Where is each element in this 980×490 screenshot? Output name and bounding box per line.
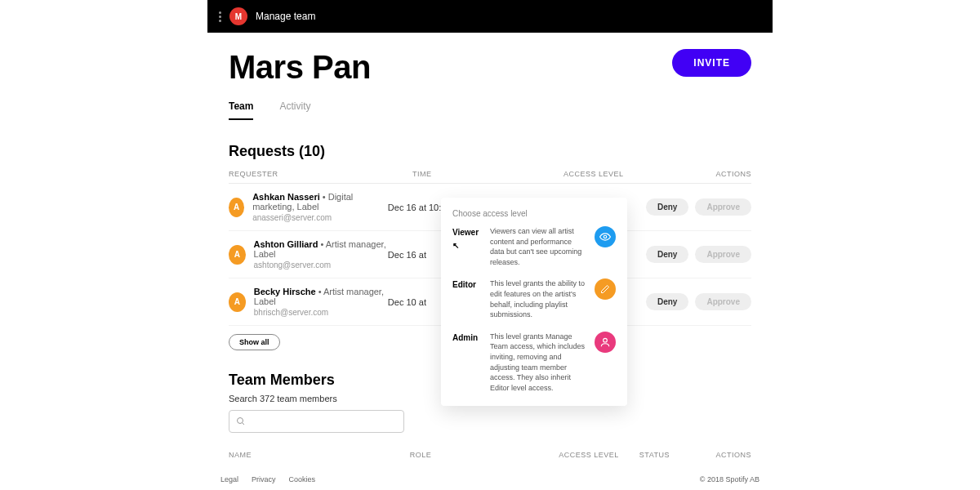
requester-email: anasseri@server.com <box>252 213 388 222</box>
access-level-dropdown: Choose access level Viewer↖ Viewers can … <box>441 198 627 406</box>
svg-point-3 <box>604 338 608 342</box>
svg-point-0 <box>238 418 243 424</box>
avatar: A <box>229 245 246 265</box>
approve-button: Approve <box>695 246 751 263</box>
topbar: M Manage team <box>207 0 773 33</box>
approve-button: Approve <box>695 293 751 310</box>
access-option-editor[interactable]: Editor This level grants the ability to … <box>452 278 616 319</box>
col-status: STATUS <box>639 451 716 459</box>
search-icon <box>236 416 246 426</box>
topbar-title: Manage team <box>256 11 315 22</box>
editor-icon <box>595 278 616 300</box>
col-access-m: ACCESS LEVEL <box>559 451 639 459</box>
col-actions-m: ACTIONS <box>715 451 751 459</box>
requester-email: ashtong@server.com <box>254 261 388 270</box>
deny-button[interactable]: Deny <box>646 293 688 310</box>
tab-team[interactable]: Team <box>229 100 253 120</box>
col-role: ROLE <box>410 451 559 459</box>
footer: Legal Privacy Cookies © 2018 Spotify AB <box>220 475 760 483</box>
requester-email: bhrisch@server.com <box>254 308 388 317</box>
kebab-menu-icon[interactable] <box>219 11 221 22</box>
deny-button[interactable]: Deny <box>646 246 688 263</box>
page-title: Mars Pan <box>229 49 371 86</box>
cursor-icon: ↖ <box>452 241 459 250</box>
access-option-admin[interactable]: Admin This level grants Manage Team acce… <box>452 332 616 394</box>
avatar[interactable]: M <box>229 7 247 25</box>
footer-copyright: © 2018 Spotify AB <box>700 475 760 483</box>
approve-button: Approve <box>695 198 751 216</box>
footer-link-privacy[interactable]: Privacy <box>252 475 276 483</box>
deny-button[interactable]: Deny <box>646 198 688 216</box>
tab-activity[interactable]: Activity <box>279 100 310 120</box>
dropdown-title: Choose access level <box>452 209 616 218</box>
show-all-button[interactable]: Show all <box>229 334 280 350</box>
option-label: Viewer↖ <box>452 226 482 237</box>
col-name: NAME <box>229 451 410 459</box>
col-actions: ACTIONS <box>710 170 751 178</box>
option-description: This level grants Manage Team access, wh… <box>490 332 586 394</box>
svg-point-2 <box>604 235 607 238</box>
invite-button[interactable]: INVITE <box>672 49 751 77</box>
requester-name: Ashton Gilliard • Artist manager, Label <box>254 239 388 259</box>
option-label: Admin <box>452 332 482 342</box>
requests-heading: Requests (10) <box>229 143 751 160</box>
footer-link-cookies[interactable]: Cookies <box>289 475 316 483</box>
members-header-row: NAME ROLE ACCESS LEVEL STATUS ACTIONS <box>229 451 751 462</box>
svg-line-1 <box>243 423 245 425</box>
admin-icon <box>595 332 616 353</box>
col-time: TIME <box>412 170 564 178</box>
search-input[interactable] <box>229 410 404 433</box>
option-label: Editor <box>452 278 482 289</box>
avatar: A <box>229 292 246 312</box>
footer-link-legal[interactable]: Legal <box>220 475 238 483</box>
requests-header-row: REQUESTER TIME ACCESS LEVEL ACTIONS <box>229 170 751 184</box>
access-option-viewer[interactable]: Viewer↖ Viewers can view all artist cont… <box>452 226 616 267</box>
option-description: Viewers can view all artist content and … <box>490 226 586 267</box>
avatar: A <box>229 198 244 217</box>
viewer-icon <box>595 226 616 247</box>
option-description: This level grants the ability to edit fe… <box>490 278 586 319</box>
requester-name: Becky Hirsche • Artist manager, Label <box>254 287 388 306</box>
col-requester: REQUESTER <box>229 170 412 178</box>
tabs: Team Activity <box>229 100 751 120</box>
col-access: ACCESS LEVEL <box>564 170 710 178</box>
requester-name: Ashkan Nasseri • Digital marketing, Labe… <box>252 192 388 212</box>
